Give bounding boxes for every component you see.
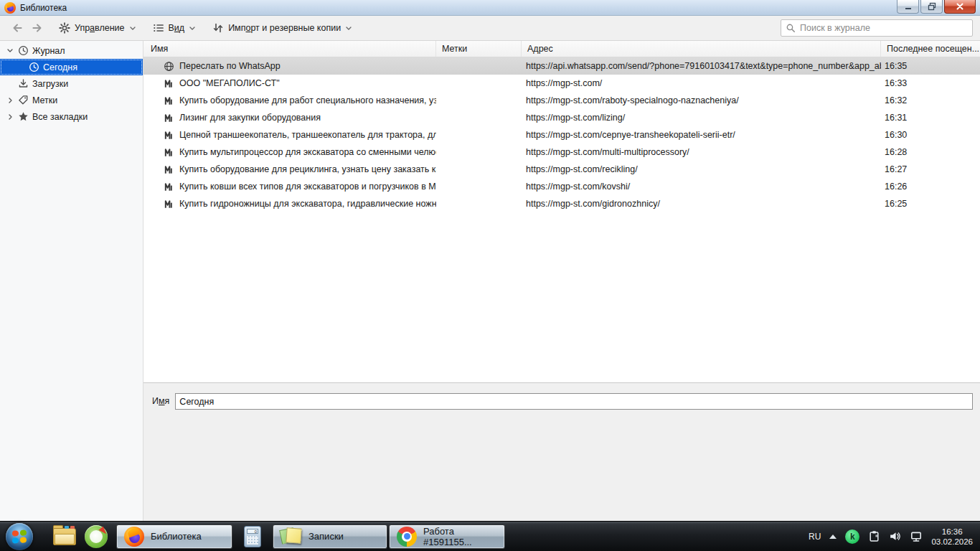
row-title: Купить оборудование для работ специально… bbox=[179, 95, 436, 105]
taskbar-calculator-button[interactable]: 0 bbox=[237, 524, 268, 550]
taskbar-button-label: Записки bbox=[308, 531, 344, 542]
row-title: Цепной траншеекопатель, траншеекопатель … bbox=[179, 130, 436, 140]
name-field-label: Имя bbox=[152, 396, 169, 406]
sidebar-item-downloads[interactable]: Загрузки bbox=[0, 75, 143, 92]
clipboard-icon[interactable] bbox=[868, 530, 880, 542]
taskbar-explorer-button[interactable] bbox=[49, 524, 80, 550]
network-icon[interactable] bbox=[910, 530, 923, 543]
library-toolbar: Управление Вид Импорт и резервные копии bbox=[0, 16, 980, 41]
download-icon bbox=[18, 78, 29, 89]
firefox-icon bbox=[4, 2, 16, 14]
row-url: https://mgp-st.com/cepnye-transheekopate… bbox=[522, 130, 881, 140]
taskbar-chrome-button[interactable]: Работа #1591155... bbox=[389, 524, 505, 549]
table-row[interactable]: Лизинг для закупки оборудования https://… bbox=[143, 109, 980, 126]
table-row[interactable]: Переслать по WhatsApp https://api.whatsa… bbox=[143, 57, 980, 75]
chevron-down-icon bbox=[130, 27, 136, 30]
row-url: https://mgp-st.com/raboty-specialnogo-na… bbox=[522, 95, 881, 105]
chevron-right-icon[interactable] bbox=[6, 114, 14, 120]
taskbar-firefox-button[interactable]: Библиотека bbox=[116, 524, 232, 549]
table-row[interactable]: Купить гидроножницы для экскаватора, гид… bbox=[143, 195, 980, 212]
sidebar-item-all-bookmarks[interactable]: Все закладки bbox=[0, 108, 143, 125]
window-title: Библиотека bbox=[20, 3, 67, 13]
sticky-notes-icon bbox=[281, 527, 302, 546]
manage-menu-button[interactable]: Управление bbox=[53, 19, 141, 37]
chevron-down-icon bbox=[346, 27, 352, 30]
show-hidden-icons-button[interactable] bbox=[829, 534, 837, 539]
tag-icon bbox=[18, 95, 29, 105]
sidebar-item-today[interactable]: Сегодня bbox=[0, 59, 143, 75]
view-menu-button[interactable]: Вид bbox=[147, 19, 202, 37]
import-backup-menu-label: Импорт и резервные копии bbox=[228, 23, 341, 33]
list-view-icon bbox=[153, 22, 164, 34]
row-url: https://mgp-st.com/lizing/ bbox=[522, 113, 881, 123]
sidebar-item-label: Все закладки bbox=[32, 112, 88, 122]
firefox-icon bbox=[124, 527, 144, 547]
chevron-down-icon[interactable] bbox=[6, 49, 14, 52]
desktop: Библиотека Управление Вид bbox=[0, 0, 980, 551]
taskbar-sticky-notes-button[interactable]: Записки bbox=[273, 524, 387, 549]
table-header: Имя Метки Адрес Последнее посещен... bbox=[143, 41, 980, 57]
column-header-address[interactable]: Адрес bbox=[522, 41, 881, 57]
site-favicon bbox=[164, 78, 174, 89]
calculator-icon: 0 bbox=[244, 526, 261, 547]
site-favicon bbox=[164, 95, 174, 106]
row-time: 16:30 bbox=[881, 130, 980, 140]
column-header-tags[interactable]: Метки bbox=[436, 41, 522, 57]
clock-time: 16:36 bbox=[931, 527, 973, 537]
globe-icon bbox=[164, 61, 174, 72]
row-url: https://mgp-st.com/kovshi/ bbox=[522, 182, 881, 192]
forward-button[interactable] bbox=[27, 19, 47, 37]
column-header-name[interactable]: Имя bbox=[143, 41, 436, 57]
chevron-down-icon bbox=[189, 27, 195, 30]
row-url: https://mgp-st.com/recikling/ bbox=[522, 164, 881, 174]
site-favicon bbox=[164, 164, 174, 175]
table-row[interactable]: Купить ковши всех типов для экскаваторов… bbox=[143, 178, 980, 195]
name-field-input[interactable] bbox=[175, 393, 973, 410]
import-backup-menu-button[interactable]: Импорт и резервные копии bbox=[207, 19, 357, 37]
taskbar-clock[interactable]: 16:36 03.02.2026 bbox=[931, 527, 973, 547]
titlebar[interactable]: Библиотека bbox=[0, 0, 980, 16]
sidebar-item-tags[interactable]: Метки bbox=[0, 92, 143, 108]
minimize-button[interactable] bbox=[897, 0, 919, 14]
row-title: Купить оборудование для рециклинга, узна… bbox=[179, 164, 436, 174]
history-list-panel: Имя Метки Адрес Последнее посещен... Пер… bbox=[143, 41, 980, 521]
table-row[interactable]: Купить оборудование для работ специально… bbox=[143, 92, 980, 109]
chevron-right-icon[interactable] bbox=[6, 98, 14, 103]
taskbar: Библиотека 0 Записки Работа #1591155... … bbox=[0, 521, 980, 551]
volume-icon[interactable] bbox=[889, 530, 901, 542]
back-button[interactable] bbox=[7, 19, 27, 37]
language-indicator[interactable]: RU bbox=[809, 532, 821, 542]
search-icon bbox=[786, 23, 796, 33]
restore-button[interactable] bbox=[920, 0, 943, 14]
history-rows: Переслать по WhatsApp https://api.whatsa… bbox=[143, 57, 980, 382]
taskbar-green-browser-button[interactable] bbox=[80, 524, 112, 550]
sidebar-item-label: Метки bbox=[32, 95, 57, 105]
table-row[interactable]: ООО "МЕГАПОЛИС-СТ" https://mgp-st.com/ 1… bbox=[143, 75, 980, 92]
row-time: 16:31 bbox=[881, 113, 980, 123]
sidebar-item-label: Сегодня bbox=[43, 62, 77, 72]
column-header-last-visited[interactable]: Последнее посещен... bbox=[881, 41, 980, 57]
table-row[interactable]: Купить оборудование для рециклинга, узна… bbox=[143, 161, 980, 178]
search-input[interactable] bbox=[800, 23, 968, 33]
gear-icon bbox=[59, 22, 70, 34]
clock-icon bbox=[29, 62, 39, 72]
row-title: ООО "МЕГАПОЛИС-СТ" bbox=[179, 78, 280, 88]
table-row[interactable]: Купить мультипроцессор для экскаватора с… bbox=[143, 143, 980, 161]
table-row[interactable]: Цепной траншеекопатель, траншеекопатель … bbox=[143, 126, 980, 143]
history-search-box[interactable] bbox=[781, 19, 973, 37]
window-controls bbox=[897, 0, 976, 14]
row-url: https://mgp-st.com/multi-multiprocessory… bbox=[522, 147, 881, 157]
kaspersky-icon[interactable]: k bbox=[845, 529, 859, 544]
start-button[interactable] bbox=[6, 523, 33, 550]
row-title: Переслать по WhatsApp bbox=[179, 61, 281, 71]
clock-icon bbox=[18, 45, 29, 56]
manage-menu-label: Управление bbox=[75, 23, 125, 33]
row-url: https://mgp-st.com/gidronozhnicy/ bbox=[522, 199, 881, 209]
taskbar-button-label: Работа #1591155... bbox=[423, 526, 497, 547]
row-time: 16:35 bbox=[881, 61, 980, 71]
system-tray: RU k 16:36 03.02.2026 bbox=[809, 527, 980, 547]
row-url: https://mgp-st.com/ bbox=[522, 78, 881, 88]
sidebar-item-history[interactable]: Журнал bbox=[0, 42, 143, 59]
sidebar-item-label: Загрузки bbox=[32, 79, 68, 89]
close-button[interactable] bbox=[944, 0, 976, 14]
